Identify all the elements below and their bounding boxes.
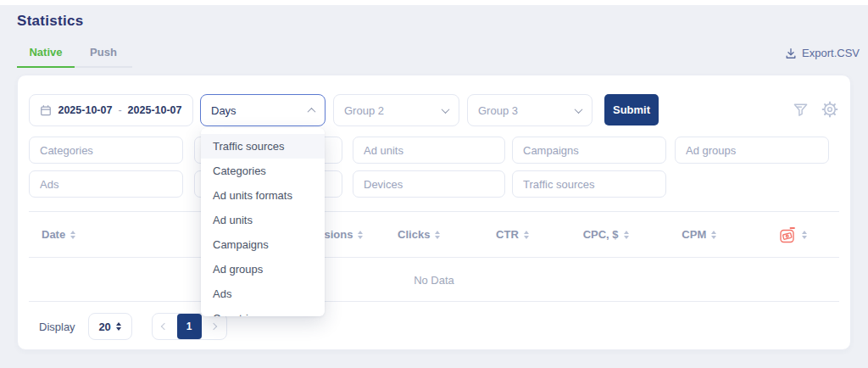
next-page-button[interactable] [202,314,226,339]
group1-value: Days [211,104,236,117]
column-header-cpc[interactable]: CPC, $ [559,228,653,241]
current-page-button[interactable]: 1 [177,314,202,339]
table-header: Date Impressions Clicks CTR CPC, $ CPM [29,211,839,258]
chevron-right-icon [210,323,217,330]
column-label: CPM [682,228,706,241]
download-icon [785,47,797,59]
categories-filter-input[interactable] [29,137,183,164]
toolbar-icons [793,101,838,118]
column-header-cpm[interactable]: CPM [653,228,746,241]
column-header-clicks[interactable]: Clicks [372,228,465,241]
sort-icon [711,231,716,239]
no-data-label: No Data [414,274,454,287]
dropdown-item-ad-units-formats[interactable]: Ad units formats [201,183,325,208]
top-strip [0,0,868,5]
calendar-icon [40,104,52,116]
updown-icon [116,322,121,331]
group1-dropdown-menu: Traffic sources Categories Ad units form… [201,128,325,316]
export-csv-button[interactable]: Export.CSV [785,47,860,59]
dropdown-item-countries-clipped[interactable]: Countries [201,306,325,316]
group1-select[interactable]: Days [200,94,326,126]
group2-select[interactable]: Group 2 [333,94,459,126]
gear-icon[interactable] [821,101,838,118]
tab-push[interactable]: Push [75,46,132,68]
ads-filter-input[interactable] [29,170,183,198]
column-label: CTR [496,228,519,241]
filter-funnel-icon[interactable] [793,102,809,118]
chevron-left-icon [161,323,168,330]
dropdown-item-ad-groups[interactable]: Ad groups [201,257,325,282]
dropdown-item-categories[interactable]: Categories [201,159,325,183]
tab-push-label: Push [90,46,117,59]
column-header-ctr[interactable]: CTR [465,228,559,241]
ad-units-filter-input[interactable] [353,137,505,164]
tabs: Native Push [17,46,132,68]
display-label: Display [39,321,75,333]
current-page-label: 1 [186,321,192,332]
campaigns-filter-input[interactable] [512,137,666,164]
devices-filter-input[interactable] [353,170,505,198]
dropdown-item-ad-units[interactable]: Ad units [201,208,325,232]
pagination: 1 [152,313,227,340]
traffic-sources-filter-input[interactable] [512,170,666,198]
page-title: Statistics [17,13,84,30]
sort-icon [524,231,529,239]
column-label: CPC, $ [583,228,619,241]
sort-icon [358,231,363,239]
sort-icon [624,231,629,239]
sort-icon [70,231,75,239]
statistics-card: 2025-10-07 - 2025-10-07 Days Group 2 Gro… [17,75,851,350]
export-csv-label: Export.CSV [802,47,860,59]
chevron-down-icon [442,105,450,114]
sort-icon [435,231,440,239]
column-label: Date [42,228,65,241]
group3-select[interactable]: Group 3 [467,94,593,126]
chevron-down-icon [575,105,583,114]
dropdown-item-ads[interactable]: Ads [201,282,325,306]
tab-native-label: Native [29,46,62,59]
date-from: 2025-10-07 [58,104,112,116]
group2-placeholder: Group 2 [344,104,384,117]
column-header-spend[interactable] [746,226,839,244]
prev-page-button[interactable] [153,314,177,339]
date-to: 2025-10-07 [128,104,182,116]
dropdown-item-traffic-sources[interactable]: Traffic sources [201,134,325,159]
date-range-picker[interactable]: 2025-10-07 - 2025-10-07 [29,94,193,126]
sort-icon [802,231,807,239]
ad-groups-filter-input[interactable] [675,137,829,164]
spend-money-icon [778,226,797,244]
submit-button[interactable]: Submit [604,94,659,125]
table-empty-state: No Data [29,259,839,302]
chevron-up-icon [308,107,316,115]
dropdown-item-campaigns[interactable]: Campaigns [201,232,325,257]
tab-native[interactable]: Native [17,46,75,68]
table-footer: Display 20 1 [29,302,839,351]
page-size-select[interactable]: 20 [88,313,132,340]
group3-placeholder: Group 3 [478,104,518,117]
column-label: Clicks [398,228,430,241]
page-size-value: 20 [98,321,110,333]
date-separator: - [118,104,121,116]
